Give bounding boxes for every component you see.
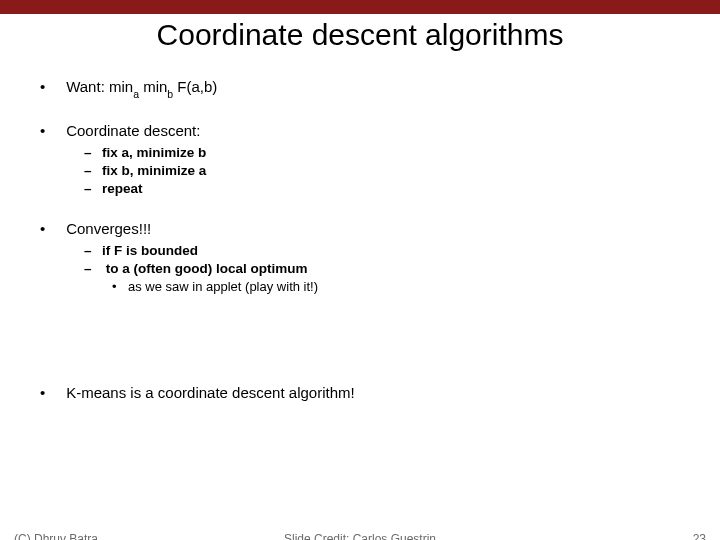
cd-step-2-text: fix b, minimize a (102, 163, 206, 178)
conv-item-2-sub-text: as we saw in applet (play with it!) (128, 279, 318, 294)
cd-label: Coordinate descent: (66, 122, 200, 139)
footer-credit: Slide Credit: Carlos Guestrin (0, 532, 720, 540)
kmeans-text: K-means is a coordinate descent algorith… (66, 384, 354, 401)
title-accent-bar (0, 0, 720, 14)
conv-item-2-text: to a (often good) local optimum (106, 261, 308, 276)
want-text-prefix: Want: min (66, 78, 133, 95)
conv-item-1: if F is bounded (84, 243, 680, 258)
bullet-kmeans: K-means is a coordinate descent algorith… (40, 384, 680, 401)
footer-page-number: 23 (693, 532, 706, 540)
bullet-coordinate-descent: Coordinate descent: fix a, minimize b fi… (40, 122, 680, 196)
want-text-suffix: F(a,b) (173, 78, 217, 95)
cd-step-3-text: repeat (102, 181, 143, 196)
bullet-converges: Converges!!! if F is bounded to a (often… (40, 220, 680, 294)
conv-item-2: to a (often good) local optimum as we sa… (84, 261, 680, 294)
cd-step-2: fix b, minimize a (84, 163, 680, 178)
want-subscript-a: a (133, 88, 139, 100)
bullet-want: Want: mina minb F(a,b) (40, 78, 680, 98)
conv-item-2-sub: as we saw in applet (play with it!) (112, 279, 680, 294)
cd-step-1-text: fix a, minimize b (102, 145, 206, 160)
slide-title: Coordinate descent algorithms (0, 18, 720, 52)
want-subscript-b: b (167, 88, 173, 100)
converges-label: Converges!!! (66, 220, 151, 237)
cd-step-1: fix a, minimize b (84, 145, 680, 160)
slide-body: Want: mina minb F(a,b) Coordinate descen… (0, 78, 720, 401)
want-text-mid: min (139, 78, 167, 95)
cd-step-3: repeat (84, 181, 680, 196)
conv-item-1-text: if F is bounded (102, 243, 198, 258)
